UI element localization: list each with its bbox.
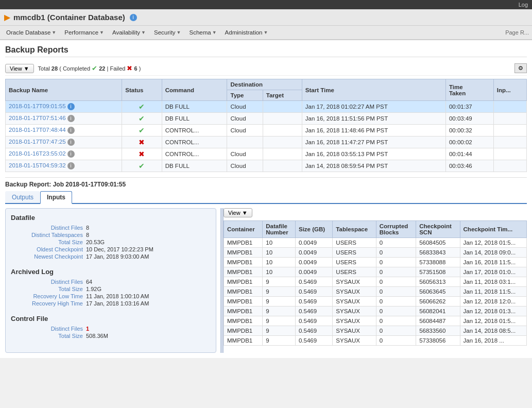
datafile-row[interactable]: MMPDB1100.0049USERS057351508Jan 17, 2018… — [224, 267, 527, 277]
archived-log-recovery-low-value: 11 Jan, 2018 1:00:10 AM — [86, 293, 149, 299]
cell-container: MMPDB1 — [224, 238, 263, 248]
title-bar: ▶ mmcdb1 (Container Database) i — [0, 9, 532, 26]
datafile-row[interactable]: MMPDB190.5469SYSAUX056082041Jan 12, 2018… — [224, 307, 527, 316]
nav-oracle-database[interactable]: Oracle Database ▼ — [3, 28, 59, 37]
backup-info-icon[interactable]: i — [67, 103, 75, 110]
col-header-destination-group: Destination — [227, 79, 302, 90]
datafile-row[interactable]: MMPDB190.5469SYSAUX056084487Jan 12, 2018… — [224, 316, 527, 326]
backup-input — [493, 160, 526, 172]
nav-security[interactable]: Security ▼ — [151, 28, 184, 37]
backup-info-icon[interactable]: i — [67, 127, 75, 134]
cell-container: MMPDB1 — [224, 297, 263, 307]
cell-datafile_number: 9 — [263, 326, 296, 336]
archived-log-recovery-high-row: Recovery High Time 17 Jan, 2018 1:03:16 … — [11, 300, 211, 307]
backup-input — [493, 125, 526, 137]
control-file-total-size-row: Total Size 508.36M — [11, 333, 211, 339]
cell-corrupted_blocks: 0 — [376, 316, 416, 326]
control-file-total-size-value: 508.36M — [86, 333, 108, 339]
datafile-row[interactable]: MMPDB190.5469SYSAUX056063645Jan 11, 2018… — [224, 287, 527, 297]
summary-total: Total 28 ( Completed ✔ 22 | Failed ✖ 6 ) — [38, 64, 141, 72]
cell-container: MMPDB1 — [224, 248, 263, 258]
main-content: Backup Reports View ▼ Total 28 ( Complet… — [0, 40, 532, 358]
nav-availability[interactable]: Availability ▼ — [109, 28, 149, 37]
right-toolbar: View ▼ — [224, 208, 527, 217]
backup-dest-type: Cloud — [227, 101, 263, 113]
nav-oracle-database-label: Oracle Database — [6, 29, 50, 36]
datafile-newest-checkpoint-value: 17 Jan, 2018 9:03:00 AM — [86, 253, 149, 260]
backup-command: CONTROL... — [162, 148, 227, 160]
cell-checkpoint_time: Jan 14, 2018 08:5... — [460, 326, 526, 336]
backup-info-icon[interactable]: i — [67, 150, 75, 158]
datafile-distinct-tablespaces-row: Distinct Tablespaces 8 — [11, 232, 211, 238]
view-arrow-icon: ▼ — [24, 65, 29, 72]
backup-dest-target — [263, 125, 302, 137]
cell-checkpoint_time: Jan 17, 2018 01:0... — [460, 267, 526, 277]
cell-size_gb: 0.0049 — [295, 248, 332, 258]
datafile-row[interactable]: MMPDB190.5469SYSAUX056833560Jan 14, 2018… — [224, 326, 527, 336]
backup-info-icon[interactable]: i — [67, 139, 75, 146]
datafile-row[interactable]: MMPDB1100.0049USERS057338088Jan 16, 2018… — [224, 258, 527, 267]
backup-row[interactable]: 2018-01-17T09:01:55i✔DB FULLCloudJan 17,… — [6, 101, 527, 113]
datafile-row[interactable]: MMPDB190.5469SYSAUX056056313Jan 11, 2018… — [224, 277, 527, 287]
right-view-button[interactable]: View ▼ — [224, 208, 252, 217]
col-header-dest-type: Type — [227, 90, 263, 101]
failed-error-icon: ✖ — [127, 64, 132, 72]
backup-name-link[interactable]: 2018-01-17T07:51:46 — [9, 115, 66, 121]
datafile-row[interactable]: MMPDB190.5469SYSAUX057338056Jan 16, 2018… — [224, 336, 527, 346]
backup-input — [493, 113, 526, 125]
cell-checkpoint_scn: 56084505 — [416, 238, 460, 248]
nav-administration[interactable]: Administration ▼ — [222, 28, 271, 37]
nav-performance[interactable]: Performance ▼ — [61, 28, 107, 37]
backup-row[interactable]: 2018-01-17T07:51:46i✔DB FULLCloudJan 16,… — [6, 113, 527, 125]
archived-log-total-size-label: Total Size — [11, 286, 83, 292]
datafile-total-size-row: Total Size 20.53G — [11, 239, 211, 245]
backup-start-time: Jan 16, 2018 11:47:27 PM PST — [302, 137, 445, 148]
backup-name-link[interactable]: 2018-01-17T07:48:44 — [9, 127, 66, 133]
backup-row[interactable]: 2018-01-17T07:47:25i✖CONTROL...Jan 16, 2… — [6, 137, 527, 148]
datafile-distinct-tablespaces-label: Distinct Tablespaces — [11, 232, 83, 238]
archived-log-distinct-files-label: Distinct Files — [11, 279, 83, 285]
settings-button[interactable]: ⚙ — [514, 63, 527, 73]
backup-name-link[interactable]: 2018-01-17T07:47:25 — [9, 139, 66, 145]
backup-status-icon: ✖ — [139, 150, 145, 158]
backup-name-link[interactable]: 2018-01-17T09:01:55 — [9, 103, 66, 109]
nav-performance-arrow: ▼ — [99, 30, 104, 35]
cell-checkpoint_scn: 56082041 — [416, 307, 460, 316]
cell-datafile_number: 9 — [263, 287, 296, 297]
cell-datafile_number: 10 — [263, 267, 296, 277]
tab-outputs[interactable]: Outputs — [5, 191, 40, 203]
tab-inputs[interactable]: Inputs — [40, 191, 72, 204]
backup-row[interactable]: 2018-01-15T04:59:32i✔DB FULLCloudJan 14,… — [6, 160, 527, 172]
report-section-title: Backup Report: Job 2018-01-17T09:01:55 — [5, 177, 527, 188]
db-info-icon[interactable]: i — [130, 14, 137, 21]
backup-row[interactable]: 2018-01-17T07:48:44i✔CONTROL...CloudJan … — [6, 125, 527, 137]
cell-container: MMPDB1 — [224, 258, 263, 267]
view-button[interactable]: View ▼ — [5, 64, 34, 73]
log-link[interactable]: Log — [519, 2, 528, 8]
datafile-row[interactable]: MMPDB1100.0049USERS056084505Jan 12, 2018… — [224, 238, 527, 248]
datafile-row[interactable]: MMPDB190.5469SYSAUX056066262Jan 12, 2018… — [224, 297, 527, 307]
backup-dest-type: Cloud — [227, 125, 263, 137]
backup-name-link[interactable]: 2018-01-16T23:55:02 — [9, 150, 66, 157]
backup-info-icon[interactable]: i — [67, 115, 75, 122]
backup-time-taken: 00:00:32 — [445, 125, 493, 137]
cell-size_gb: 0.5469 — [295, 277, 332, 287]
completed-count: 22 — [99, 65, 105, 72]
backup-name-link[interactable]: 2018-01-15T04:59:32 — [9, 162, 66, 168]
right-view-arrow-icon: ▼ — [242, 210, 248, 216]
cell-tablespace: SYSAUX — [333, 297, 376, 307]
cell-datafile_number: 10 — [263, 238, 296, 248]
nav-schema-arrow: ▼ — [212, 30, 217, 35]
cell-checkpoint_scn: 57338056 — [416, 336, 460, 346]
archived-log-distinct-files-value: 64 — [86, 279, 92, 285]
backup-start-time: Jan 16, 2018 11:51:56 PM PST — [302, 113, 445, 125]
nav-schema[interactable]: Schema ▼ — [186, 28, 220, 37]
backup-info-icon[interactable]: i — [67, 162, 75, 169]
nav-security-label: Security — [154, 29, 176, 36]
backup-row[interactable]: 2018-01-16T23:55:02i✖CONTROL...CloudJan … — [6, 148, 527, 160]
datafile-distinct-files-row: Distinct Files 8 — [11, 225, 211, 231]
datafile-row[interactable]: MMPDB1100.0049USERS056833843Jan 14, 2018… — [224, 248, 527, 258]
cell-size_gb: 0.5469 — [295, 307, 332, 316]
cell-corrupted_blocks: 0 — [376, 248, 416, 258]
db-arrow-icon: ▶ — [4, 12, 10, 22]
